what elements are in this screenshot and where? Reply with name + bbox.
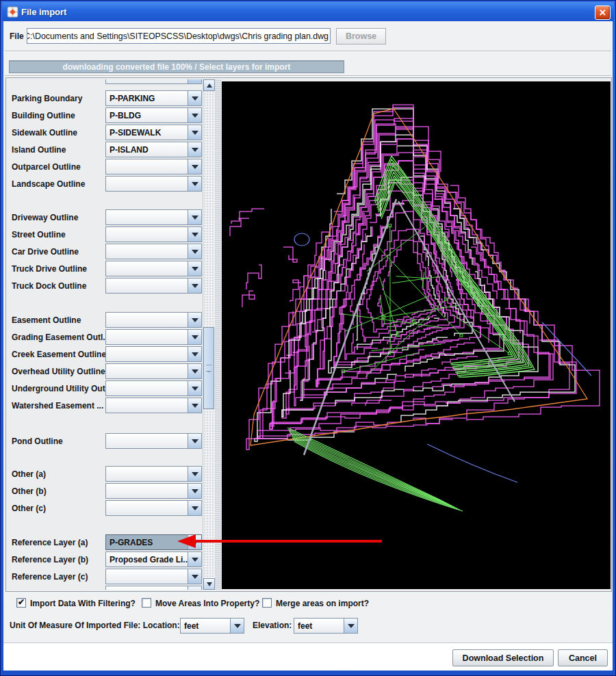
layer-combo[interactable]: P-PARKING [105,90,202,106]
chevron-down-icon[interactable] [188,278,201,293]
chevron-down-icon[interactable] [188,177,201,191]
layer-combo[interactable] [105,278,202,294]
elevation-label: Elevation: [253,621,292,630]
layer-combo-value [106,210,188,224]
chevron-down-icon[interactable] [188,347,201,361]
chevron-down-icon[interactable] [188,398,201,413]
layer-row: Other (c) [7,500,202,517]
layer-combo[interactable] [105,398,202,413]
chevron-down-icon[interactable] [188,484,201,498]
layer-row: Landscape Outline [7,176,202,193]
scroll-down-button[interactable] [203,578,215,590]
browse-button[interactable]: Browse [336,28,386,44]
layer-combo[interactable] [105,586,202,590]
layer-combo[interactable]: P-BLDG [105,107,202,123]
chevron-down-icon[interactable] [188,364,201,378]
layer-row: Truck Dock Outline [7,278,202,295]
chevron-down-icon[interactable] [188,467,201,481]
layer-combo[interactable] [105,500,202,516]
scroll-up-button[interactable] [203,79,215,91]
checkbox-2[interactable]: Merge areas on import? [262,598,369,608]
layer-label: Underground Utility Out... [12,384,112,393]
layer-combo[interactable] [105,261,202,276]
layer-combo[interactable] [105,329,202,345]
layer-label: Truck Drive Outline [12,264,87,274]
layer-combo-value [106,467,188,481]
file-path-input[interactable]: C:\Documents and Settings\SITEOPSCSS\Des… [27,28,331,44]
layer-label: Car Drive Outline [12,247,79,257]
close-button[interactable]: ✕ [595,5,611,20]
layer-label: Truck Dock Outline [12,281,86,291]
layer-combo[interactable] [105,433,202,449]
chevron-down-icon[interactable] [344,619,357,633]
layer-combo-value [106,330,188,344]
panel-splitter[interactable] [215,79,222,590]
chevron-down-icon[interactable] [188,552,201,567]
chevron-down-icon[interactable] [188,330,201,344]
layer-combo-value [106,227,188,242]
layer-row: Other (b) [7,483,202,500]
layer-row: Truck Drive Outline [7,261,202,278]
layer-row: Parking BoundaryP-PARKING [7,90,202,107]
chevron-down-icon[interactable] [188,535,201,549]
chevron-down-icon[interactable] [188,227,201,242]
layer-combo[interactable]: P-ISLAND [105,142,202,157]
chevron-down-icon[interactable] [188,210,201,224]
chevron-down-icon[interactable] [188,261,201,276]
chevron-down-icon[interactable] [188,159,201,174]
layer-row: Other (a) [7,466,202,483]
chevron-down-icon[interactable] [188,142,201,157]
chevron-down-icon[interactable] [188,79,201,83]
layer-combo[interactable] [105,159,202,174]
layer-combo[interactable] [105,176,202,192]
layer-row: Reference Layer (a)P-GRADES [7,534,202,551]
layer-combo[interactable]: P-GRADES [105,534,202,550]
layer-combo[interactable]: P-SIDEWALK [105,125,202,140]
cancel-button[interactable]: Cancel [558,649,608,666]
layer-combo[interactable] [105,244,202,259]
units-row: Unit Of Measure Of Imported File: Locati… [3,616,613,636]
layer-combo[interactable] [105,209,202,225]
app-icon [7,6,18,18]
checkbox-unchecked-icon[interactable] [262,598,272,608]
download-selection-button[interactable]: Download Selection [452,649,554,666]
layer-combo[interactable] [105,380,202,396]
layer-combo[interactable] [105,226,202,242]
layer-combo[interactable] [105,363,202,379]
layer-combo[interactable] [105,79,202,84]
checkbox-unchecked-icon[interactable] [142,598,151,608]
layer-mapping-area: Parking BoundaryP-PARKINGBuilding Outlin… [5,77,612,592]
elevation-unit-value: feet [294,619,344,633]
checkbox-checked-icon[interactable] [16,598,26,608]
chevron-down-icon[interactable] [188,434,201,448]
scrollbar-thumb[interactable] [203,327,214,409]
chevron-down-icon[interactable] [230,619,244,633]
layer-combo[interactable]: Proposed Grade Li... [105,551,202,567]
chevron-down-icon[interactable] [188,244,201,259]
layer-combo-value [106,313,188,327]
layer-combo[interactable] [105,569,202,584]
layer-combo[interactable] [105,346,202,362]
chevron-down-icon[interactable] [188,586,201,590]
titlebar[interactable]: File import ✕ [2,2,614,21]
checkbox-0[interactable]: Import Data With Filtering? [16,598,136,608]
dwg-preview-canvas[interactable] [222,81,611,589]
chevron-down-icon[interactable] [188,91,201,105]
layer-combo[interactable] [105,466,202,482]
chevron-down-icon[interactable] [188,381,201,395]
checkbox-1[interactable]: Move Areas Into Property? [142,598,259,608]
location-unit-value: feet [181,619,230,633]
location-unit-combo[interactable]: feet [180,618,244,634]
layer-combo-value [106,434,188,448]
chevron-down-icon[interactable] [188,108,201,122]
chevron-down-icon[interactable] [188,569,201,584]
chevron-down-icon[interactable] [188,313,201,327]
elevation-unit-combo[interactable]: feet [294,618,358,634]
chevron-down-icon[interactable] [188,501,201,515]
layer-combo[interactable] [105,312,202,328]
layer-combo-value: P-SIDEWALK [106,125,188,140]
layer-list-scrollbar[interactable] [203,79,214,590]
chevron-down-icon[interactable] [188,125,201,140]
layer-label: Pond Outline [12,437,63,446]
layer-combo[interactable] [105,483,202,499]
